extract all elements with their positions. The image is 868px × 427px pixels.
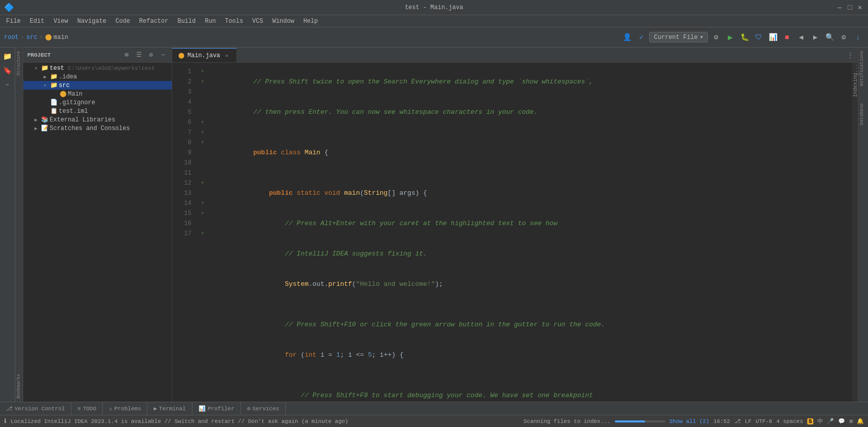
version-control-icon: ⎇ xyxy=(6,405,13,412)
sidebar-close-icon[interactable]: — xyxy=(159,51,168,60)
breadcrumb: root › src › ⬤ main xyxy=(4,33,68,41)
database-side-tab[interactable]: Database xyxy=(858,99,868,129)
gutter-9 xyxy=(198,148,208,158)
line-col-indicator[interactable]: 16:52 xyxy=(714,418,730,424)
menu-code[interactable]: Code xyxy=(111,17,134,26)
menu-run[interactable]: Run xyxy=(201,17,220,26)
maximize-button[interactable]: □ xyxy=(846,4,854,12)
todo-label: TODO xyxy=(83,406,96,412)
menu-edit[interactable]: Edit xyxy=(26,17,49,26)
tab-terminal[interactable]: ▶ Terminal xyxy=(147,402,192,415)
tab-version-control[interactable]: ⎇ Version Control xyxy=(0,402,71,415)
tab-close-button[interactable]: ✕ xyxy=(223,52,230,59)
terminal-icon: ▶ xyxy=(153,405,157,412)
play-button[interactable]: ▶ xyxy=(724,31,736,44)
sync-icon[interactable]: ✓ xyxy=(635,31,647,44)
line-num-10: 10 xyxy=(172,158,191,168)
line-num-4: 4 xyxy=(172,97,191,107)
account-icon[interactable]: 👤 xyxy=(621,31,633,44)
update-icon[interactable]: ↓ xyxy=(852,31,864,44)
line-num-5: 5 xyxy=(172,107,191,117)
current-file-dropdown[interactable]: Current File ▾ xyxy=(649,32,708,42)
sidebar-header: Project ⊞ ☰ ⚙ — xyxy=(23,48,172,63)
notifications-side-tab[interactable]: Notifications xyxy=(858,48,868,89)
tree-item-idea[interactable]: ▶ 📁 .idea xyxy=(23,72,172,81)
encoding-indicator[interactable]: UTF-8 xyxy=(756,418,772,424)
gutter-16 xyxy=(198,219,208,229)
editor-settings-btn[interactable]: ⋮ xyxy=(843,48,858,62)
tab-profiler[interactable]: 📊 Profiler xyxy=(192,402,241,415)
gutter-4 xyxy=(198,97,208,107)
bookmark-icon[interactable]: 🔖 xyxy=(1,64,14,77)
code-content[interactable]: // Press Shift twice to open the Search … xyxy=(208,63,852,402)
structure-icon[interactable]: S xyxy=(1,78,14,91)
line-num-12: 12 xyxy=(172,178,191,188)
tree-item-scratches[interactable]: ▶ 📝 Scratches and Consoles xyxy=(23,124,172,133)
close-button[interactable]: ✕ xyxy=(856,4,864,12)
tab-todo[interactable]: ≡ TODO xyxy=(71,402,103,415)
tree-item-main[interactable]: ⬤ Main xyxy=(23,90,172,98)
code-line-7: // Press Alt+Enter with your caret at th… xyxy=(214,208,846,239)
tab-services[interactable]: ⚙ Services xyxy=(241,402,286,415)
java-file-icon: ⬤ xyxy=(59,90,67,98)
notification-text[interactable]: Localized IntelliJ IDEA 2023.1.4 is avai… xyxy=(11,418,348,424)
tree-item-test[interactable]: ▾ 📁 test C:\Users\ASUS\myworks\test xyxy=(23,64,172,72)
tree-expand-external: ▶ xyxy=(32,117,40,123)
bookmarks-side-tab[interactable]: Bookmarks xyxy=(15,370,23,402)
line-num-17: 17 xyxy=(172,229,191,239)
expand-all-icon[interactable]: ⊞ xyxy=(122,51,131,60)
status-bar-right: 16:52 ⎇ LF UTF-8 4 spaces S 中 🎤 💬 ⊞ 🔔 xyxy=(714,417,864,425)
tab-problems[interactable]: ⚠ Problems xyxy=(103,402,147,415)
tree-expand-idea: ▶ xyxy=(42,74,49,80)
coverage-button[interactable]: 🛡 xyxy=(753,31,765,44)
tab-main-java[interactable]: ⬤ Main.java ✕ xyxy=(172,48,237,62)
tree-item-gitignore[interactable]: 📄 .gitignore xyxy=(23,98,172,107)
code-line-6: public static void main(String[] args) { xyxy=(214,178,846,208)
breadcrumb-project: root xyxy=(4,34,19,41)
menu-refactor[interactable]: Refactor xyxy=(135,17,173,26)
gutter-2: ▿ xyxy=(198,77,208,87)
menu-vcs[interactable]: VCS xyxy=(248,17,267,26)
search-everywhere-icon[interactable]: 🔍 xyxy=(823,31,836,44)
title-bar: 🔷 test - Main.java — □ ✕ xyxy=(0,0,868,15)
scratches-icon: 📝 xyxy=(41,124,49,132)
tree-item-external-libraries[interactable]: ▶ 📚 External Libraries xyxy=(23,115,172,124)
indent-indicator[interactable]: 4 spaces xyxy=(776,418,803,424)
menu-help[interactable]: Help xyxy=(299,17,322,26)
code-editor: 1 2 3 4 5 6 7 8 9 10 11 12 13 14 15 16 1… xyxy=(172,63,858,402)
todo-icon: ≡ xyxy=(77,406,81,412)
run-with-profiler-button[interactable]: 📊 xyxy=(767,31,779,44)
bell-icon[interactable]: 🔔 xyxy=(857,418,864,424)
forward-icon[interactable]: ▶ xyxy=(809,31,821,44)
debug-button[interactable]: 🐛 xyxy=(738,31,751,44)
structure-side-tab[interactable]: Structure xyxy=(15,48,23,79)
menu-tools[interactable]: Tools xyxy=(221,17,247,26)
activity-bar: 📁 🔖 S xyxy=(0,48,15,402)
menu-view[interactable]: View xyxy=(50,17,72,26)
minimize-button[interactable]: — xyxy=(836,4,844,12)
back-icon[interactable]: ◀ xyxy=(795,31,807,44)
code-line-12: for (int i = 1; i <= 5; i++) { xyxy=(214,340,846,370)
line-num-3: 3 xyxy=(172,87,191,97)
menu-navigate[interactable]: Navigate xyxy=(73,17,110,26)
tree-item-testiml[interactable]: 📋 test.iml xyxy=(23,107,172,115)
indexing-label: Scanning files to index... xyxy=(524,418,611,424)
sidebar-settings-icon[interactable]: ⚙ xyxy=(146,51,155,60)
lf-indicator[interactable]: LF xyxy=(745,418,752,424)
current-file-label: Current File xyxy=(654,34,697,41)
show-all-label[interactable]: Show all (2) xyxy=(669,418,709,424)
code-line-1: // Press Shift twice to open the Search … xyxy=(214,67,846,97)
tree-item-src[interactable]: ▾ 📁 src xyxy=(23,81,172,90)
gutter-8: ▿ xyxy=(198,138,208,148)
project-view-icon[interactable]: 📁 xyxy=(1,50,14,63)
menu-build[interactable]: Build xyxy=(173,17,200,26)
editor-area: ⬤ Main.java ✕ ⋮ 1 2 3 4 5 6 7 8 9 10 11 xyxy=(172,48,858,402)
collapse-all-icon[interactable]: ☰ xyxy=(134,51,143,60)
stop-button[interactable]: ■ xyxy=(781,31,793,44)
menu-file[interactable]: File xyxy=(2,17,25,26)
menu-window[interactable]: Window xyxy=(268,17,298,26)
settings-icon[interactable]: ⚙ xyxy=(838,31,850,44)
run-config-btn[interactable]: ⚙ xyxy=(710,31,722,44)
gutter-17: ▿ xyxy=(198,229,208,239)
gutter-12: ▿ xyxy=(198,178,208,188)
